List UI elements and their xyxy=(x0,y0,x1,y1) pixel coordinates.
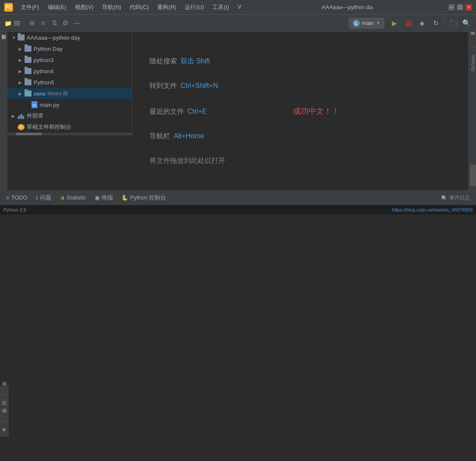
status-link[interactable]: https://blog.csdn.net/weixin_46074899 xyxy=(392,207,473,212)
dropdown-arrow-icon: ▼ xyxy=(376,21,380,25)
shortcut-label-goto: 转到文件 xyxy=(149,81,177,90)
left-bottom-strip: 结构 ⊞ 放收 ★ xyxy=(0,386,9,437)
flatten-icon[interactable]: ≡ xyxy=(38,19,48,28)
run-config-selector[interactable]: 🐍 main ▼ xyxy=(349,18,384,28)
statistic-icon: ◑ xyxy=(60,195,64,201)
venv-folder-icon xyxy=(25,90,31,97)
venv-sublabel: library 根 xyxy=(47,90,68,97)
menu-file[interactable]: 文件(F) xyxy=(16,2,44,13)
app-icon: PC xyxy=(4,3,13,12)
ext-lib-bar-icon xyxy=(18,113,25,119)
tree-item-main-py[interactable]: py main.py xyxy=(7,99,132,110)
tab-problems-label: 问题 xyxy=(40,194,51,202)
tab-terminal[interactable]: ▣ 终端 xyxy=(90,191,117,206)
right-strip-separator xyxy=(470,47,476,47)
terminal-icon: ▣ xyxy=(95,195,100,201)
tree-root[interactable]: ▼ AAAaaa---python day xyxy=(7,32,132,43)
menu-vcs[interactable]: V xyxy=(233,2,246,13)
main-py-label: main.py xyxy=(40,102,59,108)
sort-icon[interactable]: ⇅ xyxy=(50,19,59,28)
python4-arrow-icon: ▶ xyxy=(19,69,25,74)
python3-label: python3 xyxy=(34,57,53,63)
python3-arrow-icon: ▶ xyxy=(19,58,25,62)
tree-item-python5[interactable]: ▶ Python5 xyxy=(7,77,132,88)
root-label: AAAaaa---python day xyxy=(27,34,80,41)
venv-arrow-icon: ▶ xyxy=(19,91,25,96)
tree-toggle[interactable] xyxy=(14,21,20,25)
python-version-text: Python 3.9 xyxy=(3,207,26,212)
python5-folder-icon xyxy=(25,79,31,85)
minimize-button[interactable]: — xyxy=(448,4,454,10)
tree-scrollbar[interactable] xyxy=(7,133,132,135)
right-panel-strip: 编辑器 SciView xyxy=(468,32,476,190)
run-button[interactable]: ▶ xyxy=(389,17,401,29)
file-tree: ▼ AAAaaa---python day ▶ Python Day ▶ pyt… xyxy=(7,32,132,135)
menu-view[interactable]: 视图(V) xyxy=(71,2,98,13)
success-text: 成功中文！！ xyxy=(293,106,339,116)
menu-code[interactable]: 代码(C) xyxy=(125,2,153,13)
minimize-panel-icon[interactable]: — xyxy=(72,19,81,28)
project-strip-icon[interactable]: 项目 xyxy=(0,34,7,51)
maximize-button[interactable]: ☐ xyxy=(457,4,463,10)
tree-scrollbar-thumb[interactable] xyxy=(16,133,42,135)
tab-statistic-label: Statistic xyxy=(66,194,86,201)
venv-label: venv xyxy=(34,90,45,97)
toolbar-separator xyxy=(445,19,445,28)
ext-lib-label: 外部库 xyxy=(27,112,44,120)
search-everywhere-button[interactable]: 🔍 xyxy=(460,17,473,29)
stop-button[interactable]: ⬛ xyxy=(448,17,460,29)
right-strip-editor-icon[interactable]: 编辑器 xyxy=(469,36,476,41)
scope-icon[interactable]: ⊕ xyxy=(27,19,37,28)
project-icon: 📁 xyxy=(3,19,12,28)
shortcut-row-goto: 转到文件 Ctrl+Shift+N xyxy=(149,81,451,90)
tab-python-console[interactable]: 🐍 Python 控制台 xyxy=(117,191,170,206)
right-scrollbar-thumb[interactable] xyxy=(470,165,476,186)
menu-navigate[interactable]: 导航(N) xyxy=(98,2,125,13)
drafts-icon: ✎ xyxy=(18,124,25,130)
profile-button[interactable]: ↻ xyxy=(430,17,442,29)
status-python-version: Python 3.9 xyxy=(3,207,392,212)
strip-divider xyxy=(1,394,7,395)
right-strip-sciview-icon[interactable]: SciView xyxy=(470,52,476,74)
python5-arrow-icon: ▶ xyxy=(19,80,25,85)
tab-terminal-label: 终端 xyxy=(102,194,113,202)
todo-icon: ≡ xyxy=(6,195,9,201)
tree-item-python-day[interactable]: ▶ Python Day xyxy=(7,43,132,54)
close-button[interactable]: ✕ xyxy=(466,4,472,10)
drop-text: 将文件拖放到此处以打开 xyxy=(149,156,225,165)
shortcut-label-nav: 导航栏 xyxy=(149,132,170,141)
tab-statistic[interactable]: ◑ Statistic xyxy=(56,191,90,206)
problems-icon: ℹ xyxy=(36,195,38,201)
event-log-button[interactable]: 🔍 事件日志 xyxy=(437,194,474,202)
main-content: 随处搜索 双击 Shift 转到文件 Ctrl+Shift+N 最近的文件 Ct… xyxy=(132,32,468,190)
tab-problems[interactable]: ℹ 问题 xyxy=(31,191,56,206)
tree-item-python3[interactable]: ▶ python3 xyxy=(7,54,132,65)
status-bar: Python 3.9 https://blog.csdn.net/weixin_… xyxy=(0,205,476,215)
shortcut-label-search: 随处搜索 xyxy=(149,57,177,66)
menu-edit[interactable]: 编辑(E) xyxy=(44,2,71,13)
shortcut-key-recent: Ctrl+E xyxy=(187,108,207,115)
tab-todo-label: TODO xyxy=(11,194,27,201)
debug-button[interactable]: 🐞 xyxy=(402,17,414,29)
shortcut-row-search: 随处搜索 双击 Shift xyxy=(149,57,451,66)
python-console-icon: 🐍 xyxy=(121,195,128,201)
coverage-button[interactable]: ◈ xyxy=(416,17,428,29)
shortcut-key-goto: Ctrl+Shift+N xyxy=(180,82,218,90)
menu-run[interactable]: 运行(U) xyxy=(180,2,208,13)
tab-todo[interactable]: ≡ TODO xyxy=(2,191,31,206)
tree-item-venv[interactable]: ▶ venv library 根 xyxy=(7,88,132,99)
window-title: AAAaaa---python da xyxy=(246,4,448,10)
tree-item-python4[interactable]: ▶ python4 xyxy=(7,65,132,77)
shortcut-row-nav: 导航栏 Alt+Home xyxy=(149,132,451,141)
strip-divider3 xyxy=(1,421,7,421)
bookmarks-icon[interactable]: ⊞ xyxy=(2,399,7,406)
favorites-icon[interactable]: ★ xyxy=(1,426,7,433)
settings-icon[interactable]: ⚙ xyxy=(61,19,70,28)
python-icon: 🐍 xyxy=(353,20,360,27)
tree-item-external-lib[interactable]: ▶ 外部库 xyxy=(7,110,132,121)
menu-refactor[interactable]: 重构(R) xyxy=(153,2,180,13)
tree-item-drafts[interactable]: ✎ 草稿文件和控制台 xyxy=(7,121,132,133)
menu-tools[interactable]: 工具(I) xyxy=(208,2,233,13)
event-log-search-icon: 🔍 xyxy=(441,195,448,201)
event-log-label: 事件日志 xyxy=(449,194,470,202)
